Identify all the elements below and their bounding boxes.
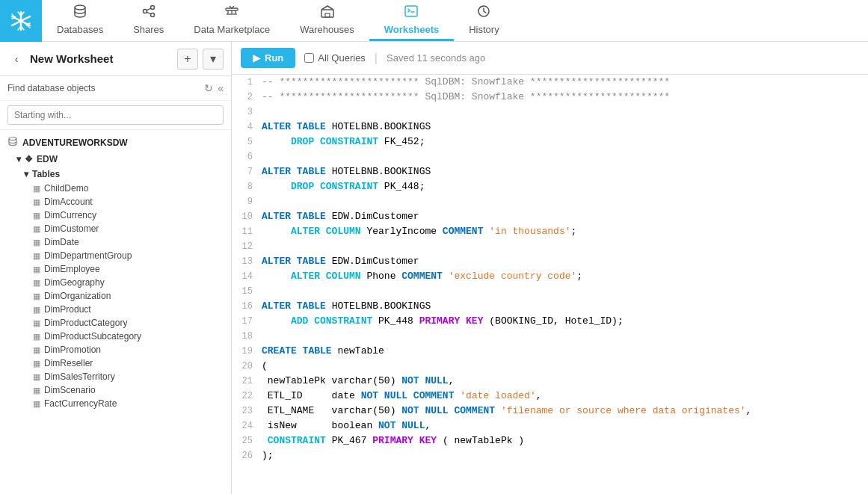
table-icon: ▦ xyxy=(33,318,40,328)
code-line-10: 10 ALTER TABLE EDW.DimCustomer xyxy=(232,209,868,224)
line-number: 10 xyxy=(232,209,262,223)
worksheets-icon xyxy=(404,4,419,21)
nav-item-shares[interactable]: Shares xyxy=(118,0,179,41)
line-number: 8 xyxy=(232,179,262,194)
all-queries-checkbox-label[interactable]: All Queries xyxy=(304,52,366,64)
code-line-22: 22 ETL_ID date NOT NULL COMMENT 'date lo… xyxy=(232,389,868,404)
refresh-icon[interactable]: ↻ xyxy=(204,82,213,94)
line-number: 18 xyxy=(232,329,262,343)
top-nav: Databases Shares xyxy=(0,0,868,42)
table-name: DimEmployee xyxy=(44,264,100,274)
table-item-dimcurrency[interactable]: ▦ DimCurrency xyxy=(0,209,231,222)
table-item-factcurrencyrate[interactable]: ▦ FactCurrencyRate xyxy=(0,397,231,410)
line-content xyxy=(262,239,868,254)
tables-group-label: Tables xyxy=(32,169,60,179)
nav-item-databases[interactable]: Databases xyxy=(42,0,118,41)
code-line-16: 16 ALTER TABLE HOTELBNB.BOOKINGS xyxy=(232,299,868,314)
table-item-dimproductcategory[interactable]: ▦ DimProductCategory xyxy=(0,316,231,330)
schema-name: EDW xyxy=(37,154,58,164)
database-icon xyxy=(7,136,18,149)
table-name: DimPromotion xyxy=(44,345,101,355)
line-number: 25 xyxy=(232,433,262,448)
sidebar-search xyxy=(0,101,231,130)
line-content: -- ************************ SqlDBM: Snow… xyxy=(262,75,868,90)
line-content: ADD CONSTRAINT PK_448 PRIMARY KEY (BOOKI… xyxy=(262,314,868,329)
nav-label-warehouses: Warehouses xyxy=(300,24,354,35)
code-line-18: 18 xyxy=(232,329,868,344)
sidebar-back-button[interactable]: ‹ xyxy=(7,50,25,68)
run-button[interactable]: ▶ Run xyxy=(241,48,295,68)
schema-icon: ❖ xyxy=(25,154,33,164)
table-item-dimdate[interactable]: ▦ DimDate xyxy=(0,235,231,249)
nav-item-data-marketplace[interactable]: Data Marketplace xyxy=(179,0,285,41)
code-line-20: 20 ( xyxy=(232,359,868,374)
table-icon: ▦ xyxy=(33,251,40,261)
app-logo[interactable] xyxy=(0,0,42,42)
table-item-dimemployee[interactable]: ▦ DimEmployee xyxy=(0,262,231,276)
new-worksheet-dropdown-button[interactable]: ▾ xyxy=(203,49,224,70)
line-content xyxy=(262,194,868,209)
table-item-dimreseller[interactable]: ▦ DimReseller xyxy=(0,356,231,370)
tree-tables-group[interactable]: ▾ Tables xyxy=(0,167,231,182)
sidebar-header: ‹ New Worksheet + ▾ xyxy=(0,42,231,76)
svg-point-14 xyxy=(150,13,154,17)
line-content: ALTER TABLE HOTELBNB.BOOKINGS xyxy=(262,299,868,314)
code-line-19: 19 CREATE TABLE newTable xyxy=(232,344,868,359)
new-worksheet-add-button[interactable]: + xyxy=(177,49,198,70)
line-content: DROP CONSTRAINT FK_452; xyxy=(262,135,868,149)
toolbar-divider: | xyxy=(375,52,378,65)
table-item-dimpromotion[interactable]: ▦ DimPromotion xyxy=(0,343,231,356)
table-item-dimorganization[interactable]: ▦ DimOrganization xyxy=(0,289,231,303)
editor-toolbar: ▶ Run All Queries | Saved 11 seconds ago xyxy=(232,42,868,75)
table-icon: ▦ xyxy=(33,224,40,234)
table-name: DimDate xyxy=(44,237,79,247)
table-icon: ▦ xyxy=(33,332,40,342)
line-number: 26 xyxy=(232,448,262,463)
svg-point-13 xyxy=(143,10,147,13)
table-item-dimproduct[interactable]: ▦ DimProduct xyxy=(0,303,231,316)
svg-point-12 xyxy=(150,6,154,10)
nav-item-warehouses[interactable]: Warehouses xyxy=(285,0,369,41)
code-editor[interactable]: 1 -- ************************ SqlDBM: Sn… xyxy=(232,75,868,494)
table-name: DimSalesTerritory xyxy=(44,371,115,382)
main-layout: ‹ New Worksheet + ▾ Find database object… xyxy=(0,42,868,494)
nav-item-worksheets[interactable]: Worksheets xyxy=(369,0,454,41)
nav-item-history[interactable]: History xyxy=(454,0,514,41)
table-name: DimCurrency xyxy=(44,210,96,220)
code-line-17: 17 ADD CONSTRAINT PK_448 PRIMARY KEY (BO… xyxy=(232,314,868,329)
table-item-dimgeography[interactable]: ▦ DimGeography xyxy=(0,276,231,289)
table-item-dimdepartmentgroup[interactable]: ▦ DimDepartmentGroup xyxy=(0,249,231,262)
svg-point-23 xyxy=(9,138,16,141)
tree-database-item[interactable]: ADVENTUREWORKSDW xyxy=(0,133,231,152)
all-queries-checkbox[interactable] xyxy=(304,53,314,63)
collapse-icon[interactable]: « xyxy=(218,82,224,94)
snowflake-icon xyxy=(10,10,31,31)
table-icon: ▦ xyxy=(33,238,40,247)
table-item-dimsalesterritory[interactable]: ▦ DimSalesTerritory xyxy=(0,370,231,383)
table-icon: ▦ xyxy=(33,386,40,395)
sidebar: ‹ New Worksheet + ▾ Find database object… xyxy=(0,42,232,494)
line-content: ALTER TABLE HOTELBNB.BOOKINGS xyxy=(262,164,868,179)
code-line-11: 11 ALTER COLUMN YearlyIncome COMMENT 'in… xyxy=(232,224,868,239)
sidebar-find-section: Find database objects ↻ « xyxy=(0,76,231,101)
table-icon: ▦ xyxy=(33,291,40,301)
search-input[interactable] xyxy=(7,105,224,125)
run-play-icon: ▶ xyxy=(253,52,260,64)
table-item-dimproductsubcategory[interactable]: ▦ DimProductSubcategory xyxy=(0,330,231,343)
code-line-15: 15 xyxy=(232,284,868,299)
line-content: ALTER COLUMN YearlyIncome COMMENT 'in th… xyxy=(262,224,868,239)
schema-expand-icon: ▾ xyxy=(16,154,21,164)
line-content xyxy=(262,149,868,164)
table-item-dimcustomer[interactable]: ▦ DimCustomer xyxy=(0,222,231,235)
table-item-childdemo[interactable]: ▦ ChildDemo xyxy=(0,182,231,195)
table-icon: ▦ xyxy=(33,345,40,355)
tree-schema-item[interactable]: ▾ ❖ EDW xyxy=(0,152,231,167)
code-line-6: 6 xyxy=(232,149,868,164)
code-line-4: 4 ALTER TABLE HOTELBNB.BOOKINGS xyxy=(232,120,868,135)
table-item-dimaccount[interactable]: ▦ DimAccount xyxy=(0,195,231,209)
line-content: ETL_NAME varchar(50) NOT NULL COMMENT 'f… xyxy=(262,404,868,419)
line-number: 14 xyxy=(232,269,262,283)
table-item-dimscenario[interactable]: ▦ DimScenario xyxy=(0,383,231,397)
table-name: DimProductCategory xyxy=(44,318,127,328)
sidebar-tree: ADVENTUREWORKSDW ▾ ❖ EDW ▾ Tables ▦ Chil… xyxy=(0,130,231,494)
